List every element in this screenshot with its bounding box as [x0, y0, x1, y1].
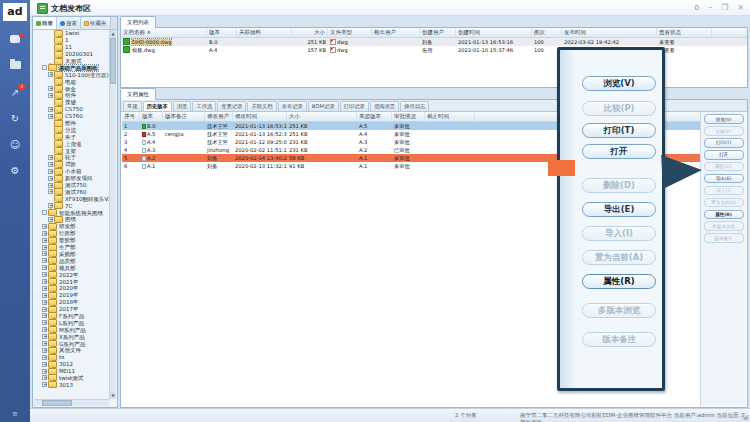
- tree-expander-icon[interactable]: [48, 114, 53, 119]
- scroll-down-icon[interactable]: ▼: [110, 392, 116, 399]
- tree-node[interactable]: S10-100(变压器): [34, 71, 109, 78]
- action-button[interactable]: 删除(D): [582, 178, 656, 193]
- close-icon[interactable]: ×: [737, 2, 744, 13]
- nav-tab[interactable]: 搜索: [57, 17, 81, 29]
- nav-tab[interactable]: 目录: [33, 17, 57, 29]
- tree-expander-icon[interactable]: [42, 258, 47, 263]
- maximize-icon[interactable]: ❐: [721, 2, 728, 13]
- props-tab[interactable]: 变更记录: [217, 101, 246, 111]
- tree-node[interactable]: 3012: [34, 361, 109, 368]
- nav-tab[interactable]: 收藏夹: [81, 17, 111, 29]
- action-button[interactable]: 置为当前(A): [704, 198, 744, 208]
- column-header[interactable]: 图次: [532, 28, 562, 37]
- tree-expander-icon[interactable]: [42, 341, 47, 346]
- tree-expander-icon[interactable]: [42, 355, 47, 360]
- column-header[interactable]: 修改时间: [233, 112, 287, 121]
- tree-expander-icon[interactable]: [48, 169, 53, 174]
- tree-expander-icon[interactable]: [42, 265, 47, 270]
- tree-node[interactable]: 20200301: [34, 51, 109, 58]
- action-button[interactable]: 浏览(V): [582, 76, 656, 91]
- column-header[interactable]: 查看状态: [657, 28, 712, 37]
- tree-vertical-scrollbar[interactable]: ▲ ▼: [109, 30, 116, 399]
- column-header[interactable]: 版本: [140, 112, 163, 121]
- column-header[interactable]: 文件类型: [328, 28, 372, 37]
- activity-icon[interactable]: ↗ 2: [8, 87, 22, 99]
- tree-node[interactable]: 其他文件: [34, 347, 109, 354]
- tree-node[interactable]: 轮子: [34, 154, 109, 161]
- action-button[interactable]: 比较(P): [704, 126, 744, 136]
- tree-node[interactable]: 支架: [34, 147, 109, 154]
- tree-expander-icon[interactable]: [48, 72, 53, 77]
- tree-node[interactable]: 2019年: [34, 292, 109, 299]
- tree-node[interactable]: 11: [34, 44, 109, 51]
- action-button[interactable]: 导入(I): [582, 226, 656, 241]
- tree-expander-icon[interactable]: [48, 162, 53, 167]
- tree-node[interactable]: 小水箱: [34, 168, 109, 175]
- column-header[interactable]: 序号: [122, 112, 140, 121]
- tree-node[interactable]: 基础产品库图纸: [34, 64, 109, 71]
- tree-expander-icon[interactable]: [48, 183, 53, 188]
- tree-node[interactable]: tx: [34, 354, 109, 361]
- tree-node[interactable]: 3013: [34, 381, 109, 388]
- action-button[interactable]: 浏览(V): [704, 114, 744, 124]
- column-header[interactable]: 文档名称 ∧: [121, 28, 207, 37]
- tree-node[interactable]: 试验: [34, 161, 109, 168]
- messages-icon[interactable]: [8, 35, 22, 47]
- props-tab[interactable]: 浏览: [173, 101, 192, 111]
- tree-expander-icon[interactable]: [42, 348, 47, 353]
- tree-node[interactable]: 按键: [34, 99, 109, 106]
- tree-node[interactable]: 研发部: [34, 223, 109, 230]
- menu-icon[interactable]: ≡: [0, 410, 30, 418]
- props-tab[interactable]: 历史版本: [143, 101, 172, 111]
- tree-node[interactable]: 1: [34, 37, 109, 44]
- action-button[interactable]: 属性(R): [582, 274, 656, 289]
- tree-expander-icon[interactable]: [42, 231, 47, 236]
- props-tab[interactable]: 借阅设置: [370, 101, 399, 111]
- action-button[interactable]: 删除(D): [704, 162, 744, 172]
- tree-node[interactable]: G系列产品: [34, 340, 109, 347]
- action-button[interactable]: 版本备注: [582, 332, 656, 347]
- tree-expander-icon[interactable]: [48, 107, 53, 112]
- tree-expander-icon[interactable]: [42, 369, 47, 374]
- scroll-up-icon[interactable]: ▲: [110, 30, 116, 37]
- tree-node[interactable]: 1wixi: [34, 30, 109, 37]
- tree-node[interactable]: 组件: [34, 92, 109, 99]
- props-tab[interactable]: 操作日志: [400, 101, 429, 111]
- action-button[interactable]: 导出(E): [704, 174, 744, 184]
- column-header[interactable]: 来源版本: [357, 112, 392, 121]
- props-tab[interactable]: 工作流: [192, 101, 216, 111]
- action-button[interactable]: 置为当前(A): [582, 250, 656, 265]
- tree-expander-icon[interactable]: [42, 382, 47, 387]
- action-button[interactable]: 打开: [582, 144, 656, 159]
- props-tab[interactable]: 打印记录: [340, 101, 369, 111]
- tree-horizontal-scrollbar[interactable]: [34, 399, 109, 406]
- tree-node[interactable]: 行政部: [34, 230, 109, 237]
- tree-expander-icon[interactable]: [42, 313, 47, 318]
- action-button[interactable]: 版本备注: [704, 233, 744, 243]
- tree-node[interactable]: 智能系统相关图纸: [34, 209, 109, 216]
- scroll-thumb[interactable]: [42, 400, 72, 406]
- tree-node[interactable]: 7C: [34, 202, 109, 209]
- column-header[interactable]: 版本备注: [163, 112, 205, 121]
- column-header[interactable]: 创建用户: [420, 28, 456, 37]
- style-icon[interactable]: o: [694, 2, 699, 13]
- tree-node[interactable]: 2018年: [34, 299, 109, 306]
- tree-expander-icon[interactable]: [42, 307, 47, 312]
- column-header[interactable]: 关联物料: [237, 28, 292, 37]
- tree-expander-icon[interactable]: [42, 251, 47, 256]
- column-header[interactable]: 版本: [207, 28, 237, 37]
- tree-node[interactable]: 2021年: [34, 278, 109, 285]
- sync-icon[interactable]: ↻: [8, 113, 22, 125]
- tree-node[interactable]: 上货道: [34, 140, 109, 147]
- props-tab[interactable]: BOM记录: [308, 101, 339, 111]
- column-header[interactable]: 审批情况: [392, 112, 425, 121]
- action-button[interactable]: 打印(T): [704, 138, 744, 148]
- tree-node[interactable]: 钣金: [34, 85, 109, 92]
- tree-expander-icon[interactable]: [42, 293, 47, 298]
- resize-grip[interactable]: ◢: [743, 413, 748, 421]
- column-header[interactable]: 大小: [292, 28, 328, 37]
- tree-node[interactable]: CS750: [34, 106, 109, 113]
- column-header[interactable]: 发布时间: [562, 28, 657, 37]
- action-button[interactable]: 导出(E): [582, 202, 656, 217]
- action-button[interactable]: 打印(T): [582, 123, 656, 138]
